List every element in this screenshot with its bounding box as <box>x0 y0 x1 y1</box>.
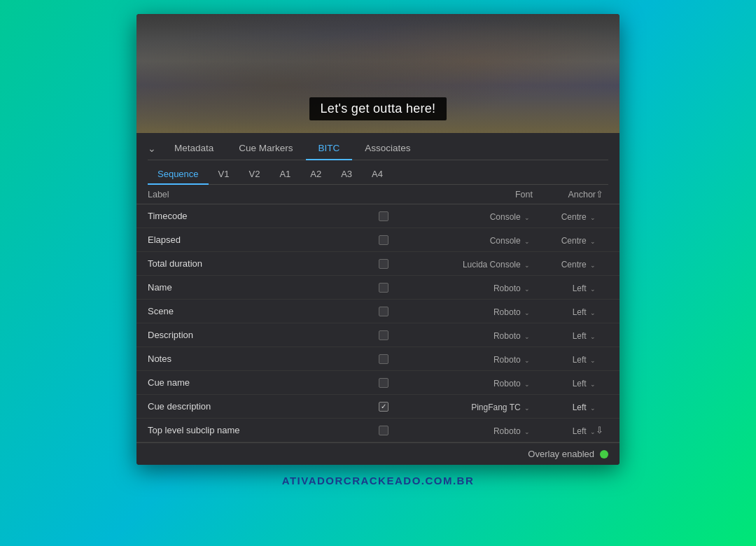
anchor-chevron-icon: ⌄ <box>590 238 596 245</box>
row-checkbox-cue-description[interactable]: ✓ <box>379 402 421 412</box>
row-checkbox-cue-name[interactable] <box>379 378 421 388</box>
row-checkbox-elapsed[interactable] <box>379 235 421 245</box>
row-anchor-notes[interactable]: Left ⌄ <box>533 353 596 365</box>
table-row: Cue description ✓ PingFang TC ⌄ Left ⌄ <box>136 395 620 419</box>
row-checkbox-top-level-subclip[interactable] <box>379 426 421 435</box>
anchor-chevron-icon: ⌄ <box>590 428 596 435</box>
header-anchor: Anchor <box>533 190 596 200</box>
tab-metadata[interactable]: Metadata <box>162 137 226 160</box>
row-anchor-elapsed[interactable]: Centre ⌄ <box>533 234 596 246</box>
overlay-enabled-label: Overlay enabled <box>528 449 594 459</box>
video-preview: Let's get outta here! <box>136 14 620 133</box>
row-font-cue-name[interactable]: Roboto ⌄ <box>421 377 533 389</box>
sub-tab-sequence[interactable]: Sequence <box>148 164 209 185</box>
sub-tab-v2[interactable]: V2 <box>239 164 270 185</box>
anchor-chevron-icon: ⌄ <box>590 214 596 221</box>
row-font-total-duration[interactable]: Lucida Console ⌄ <box>421 258 533 270</box>
table-row: Elapsed Console ⌄ Centre ⌄ <box>136 228 620 252</box>
sub-tab-a3[interactable]: A3 <box>331 164 362 185</box>
row-font-scene[interactable]: Roboto ⌄ <box>421 305 533 318</box>
row-checkbox-total-duration[interactable] <box>379 259 421 269</box>
table-row: Total duration Lucida Console ⌄ Centre ⌄ <box>136 252 620 276</box>
font-chevron-icon: ⌄ <box>524 214 530 221</box>
table-row: Timecode Console ⌄ Centre ⌄ <box>136 204 620 228</box>
row-font-top-level-subclip[interactable]: Roboto ⌄ <box>421 424 533 437</box>
row-scroll-down-icon[interactable]: ⇩ <box>596 425 608 435</box>
row-font-timecode[interactable]: Console ⌄ <box>421 210 533 223</box>
sub-tab-a2[interactable]: A2 <box>300 164 331 185</box>
row-label-scene: Scene <box>148 306 379 316</box>
row-anchor-timecode[interactable]: Centre ⌄ <box>533 210 596 223</box>
sub-tab-v1[interactable]: V1 <box>209 164 239 185</box>
tab-associates[interactable]: Associates <box>352 137 423 160</box>
checkbox-notes[interactable] <box>379 354 388 364</box>
row-label-top-level-subclip: Top level subclip name <box>148 425 379 435</box>
row-label-cue-description: Cue description <box>148 401 379 412</box>
checkbox-scene[interactable] <box>379 307 388 316</box>
subtitle-box: Let's get outta here! <box>309 97 447 120</box>
row-checkbox-notes[interactable] <box>379 354 421 364</box>
checkbox-cue-name[interactable] <box>379 378 388 388</box>
checkbox-name[interactable] <box>379 283 388 293</box>
checkbox-top-level-subclip[interactable] <box>379 426 388 435</box>
row-label-cue-name: Cue name <box>148 377 379 388</box>
row-anchor-scene[interactable]: Left ⌄ <box>533 305 596 318</box>
row-anchor-cue-name[interactable]: Left ⌄ <box>533 377 596 389</box>
checkbox-total-duration[interactable] <box>379 259 388 269</box>
font-chevron-icon: ⌄ <box>524 333 530 340</box>
table-scroll[interactable]: Timecode Console ⌄ Centre ⌄ <box>136 204 620 442</box>
row-checkbox-description[interactable] <box>379 330 421 340</box>
font-chevron-icon: ⌄ <box>524 357 530 364</box>
table-header: Label Font Anchor ⇧ <box>136 185 620 204</box>
table-row: Description Roboto ⌄ Left ⌄ <box>136 323 620 347</box>
sub-tab-a1[interactable]: A1 <box>270 164 300 185</box>
row-label-elapsed: Elapsed <box>148 234 379 245</box>
watermark-text: ativadorcrackeado.com.br <box>282 475 475 486</box>
row-label-notes: Notes <box>148 354 379 364</box>
row-font-name[interactable]: Roboto ⌄ <box>421 281 533 294</box>
tabs-area: ⌄ Metadata Cue Markers BITC Associates S… <box>136 133 620 185</box>
anchor-chevron-icon: ⌄ <box>590 309 596 316</box>
row-label-description: Description <box>148 330 379 340</box>
table-row: Scene Roboto ⌄ Left ⌄ <box>136 300 620 323</box>
subtitle-text: Let's get outta here! <box>321 102 436 115</box>
row-anchor-cue-description[interactable]: Left ⌄ <box>533 400 596 413</box>
header-scroll: ⇧ <box>596 189 608 200</box>
row-anchor-top-level-subclip[interactable]: Left ⌄ <box>533 424 596 437</box>
row-checkbox-name[interactable] <box>379 283 421 293</box>
row-anchor-total-duration[interactable]: Centre ⌄ <box>533 258 596 270</box>
row-checkbox-timecode[interactable] <box>379 211 421 221</box>
sub-tab-a4[interactable]: A4 <box>362 164 393 185</box>
table-row: Notes Roboto ⌄ Left ⌄ <box>136 347 620 371</box>
row-anchor-name[interactable]: Left ⌄ <box>533 281 596 294</box>
tab-bitc[interactable]: BITC <box>306 137 353 160</box>
overlay-status-dot <box>600 450 608 458</box>
main-panel: Let's get outta here! ⌄ Metadata Cue Mar… <box>136 14 620 465</box>
anchor-chevron-icon: ⌄ <box>590 357 596 364</box>
font-chevron-icon: ⌄ <box>524 428 530 435</box>
row-font-elapsed[interactable]: Console ⌄ <box>421 234 533 246</box>
font-chevron-icon: ⌄ <box>524 381 530 388</box>
row-font-notes[interactable]: Roboto ⌄ <box>421 353 533 365</box>
row-checkbox-scene[interactable] <box>379 307 421 316</box>
font-chevron-icon: ⌄ <box>524 286 530 293</box>
font-chevron-icon: ⌄ <box>524 238 530 245</box>
font-chevron-icon: ⌄ <box>524 405 530 412</box>
tab-cue-markers[interactable]: Cue Markers <box>226 137 305 160</box>
row-font-description[interactable]: Roboto ⌄ <box>421 329 533 342</box>
checkbox-timecode[interactable] <box>379 211 388 221</box>
row-label-name: Name <box>148 282 379 293</box>
table-area: Label Font Anchor ⇧ Timecode Console ⌄ <box>136 185 620 442</box>
sub-tabs-bar: Sequence V1 V2 A1 A2 A3 A4 <box>148 160 608 185</box>
row-font-cue-description[interactable]: PingFang TC ⌄ <box>421 400 533 413</box>
checkbox-elapsed[interactable] <box>379 235 388 245</box>
checkbox-cue-description[interactable]: ✓ <box>379 402 388 412</box>
table-row: Cue name Roboto ⌄ Left ⌄ <box>136 371 620 395</box>
table-row: Name Roboto ⌄ Left ⌄ <box>136 276 620 300</box>
tabs-chevron-icon[interactable]: ⌄ <box>148 137 162 160</box>
top-tabs-bar: ⌄ Metadata Cue Markers BITC Associates <box>148 133 608 160</box>
table-row: Top level subclip name Roboto ⌄ Left ⌄ <box>136 419 620 442</box>
checkbox-description[interactable] <box>379 330 388 340</box>
row-anchor-description[interactable]: Left ⌄ <box>533 329 596 342</box>
anchor-chevron-icon: ⌄ <box>590 333 596 340</box>
